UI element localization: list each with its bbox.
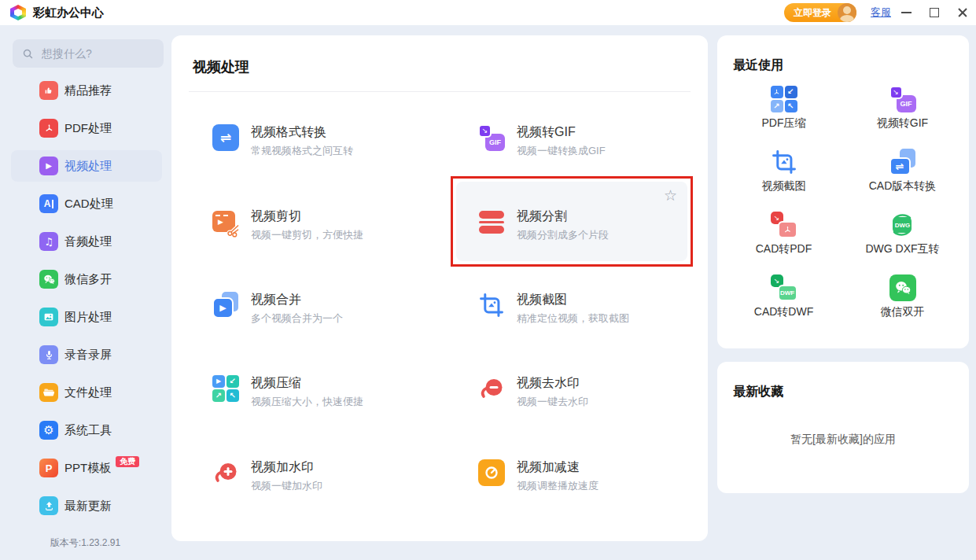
app-window: 彩虹办公中心 立即登录 客服 精品推荐 PDF处理 ▶ 视频处理 bbox=[0, 0, 976, 560]
music-note-icon: ♫ bbox=[39, 232, 58, 251]
maximize-icon bbox=[930, 8, 939, 17]
support-link[interactable]: 客服 bbox=[871, 6, 891, 20]
recent-video-to-gif[interactable]: GIF↘ 视频转GIF bbox=[877, 86, 928, 149]
recent-cad-to-dwf[interactable]: ↘DWF CAD转DWF bbox=[754, 274, 813, 337]
tool-video-remove-watermark[interactable]: 视频去水印视频一键去水印 bbox=[478, 375, 588, 409]
tool-video-add-watermark[interactable]: 视频加水印视频一键加水印 bbox=[212, 459, 322, 493]
tool-video-format-convert[interactable]: ⇌ 视频格式转换常规视频格式之间互转 bbox=[212, 124, 353, 158]
tool-title: 视频去水印 bbox=[517, 375, 588, 390]
microphone-icon bbox=[39, 345, 58, 364]
recent-item-label: PDF压缩 bbox=[762, 116, 806, 131]
folder-icon bbox=[39, 383, 58, 402]
favorites-title: 最新收藏 bbox=[733, 384, 783, 400]
login-button[interactable]: 立即登录 bbox=[784, 3, 856, 22]
video-cut-icon: ▶ bbox=[212, 208, 239, 235]
sidebar-item-label: 系统工具 bbox=[64, 423, 112, 438]
recent-panel: 最近使用 ↙↗↖ PDF压缩 GIF↘ 视频转GIF 视频截图 ⇌ CAD版本转… bbox=[717, 35, 969, 348]
dwg-dxf-convert-icon: DWG bbox=[889, 212, 915, 238]
search-input[interactable] bbox=[40, 46, 154, 61]
speed-icon bbox=[478, 459, 505, 486]
recent-pdf-compress[interactable]: ↙↗↖ PDF压缩 bbox=[762, 86, 806, 149]
sidebar-item-wechat-multi[interactable]: 微信多开 bbox=[11, 263, 162, 295]
cad-icon: A bbox=[39, 194, 58, 213]
sidebar-item-label: PDF处理 bbox=[64, 121, 112, 136]
ppt-icon: P bbox=[39, 459, 58, 477]
tool-subtitle: 多个视频合并为一个 bbox=[251, 311, 343, 326]
tool-video-screenshot[interactable]: 视频截图精准定位视频，获取截图 bbox=[478, 292, 629, 326]
sidebar-item-audio[interactable]: ♫ 音频处理 bbox=[11, 226, 162, 257]
minimize-icon bbox=[901, 12, 912, 13]
format-convert-icon: ⇌ bbox=[212, 124, 239, 151]
upload-icon bbox=[39, 496, 58, 515]
sidebar-item-update[interactable]: 最新更新 bbox=[11, 490, 162, 521]
remove-watermark-icon bbox=[478, 375, 505, 402]
tool-subtitle: 视频一键加水印 bbox=[251, 479, 322, 493]
cad-version-convert-icon: ⇌ bbox=[889, 149, 916, 175]
search-box[interactable] bbox=[13, 39, 164, 68]
recent-item-label: 视频截图 bbox=[762, 179, 806, 193]
favorite-star-icon[interactable]: ☆ bbox=[664, 186, 677, 204]
sidebar-item-label: 录音录屏 bbox=[64, 348, 112, 363]
maximize-button[interactable] bbox=[921, 0, 948, 25]
add-watermark-icon bbox=[212, 459, 239, 486]
sidebar-item-record[interactable]: 录音录屏 bbox=[11, 339, 162, 370]
close-icon bbox=[957, 7, 968, 18]
tool-video-to-gif[interactable]: GIF↘ 视频转GIF视频一键转换成GIF bbox=[478, 124, 606, 158]
tool-title: 视频截图 bbox=[517, 292, 629, 307]
tool-subtitle: 视频调整播放速度 bbox=[517, 479, 598, 493]
tool-video-split[interactable]: 视频分割视频分割成多个片段 bbox=[478, 208, 609, 242]
tool-title: 视频分割 bbox=[517, 208, 609, 223]
tool-title: 视频剪切 bbox=[251, 208, 363, 223]
avatar bbox=[838, 3, 856, 22]
video-compress-icon: ▶↙↗↖ bbox=[212, 375, 239, 402]
sidebar: 精品推荐 PDF处理 ▶ 视频处理 A CAD处理 ♫ 音频处理 微信多开 图片… bbox=[0, 25, 171, 560]
sidebar-item-cad[interactable]: A CAD处理 bbox=[11, 188, 162, 219]
version-label: 版本号:1.23.2.91 bbox=[0, 536, 171, 550]
gear-icon: ⚙ bbox=[39, 421, 58, 440]
sidebar-item-ppt[interactable]: P PPT模板 免费 bbox=[11, 452, 162, 484]
tool-video-compress[interactable]: ▶↙↗↖ 视频压缩视频压缩大小，快速便捷 bbox=[212, 375, 363, 409]
sidebar-item-video[interactable]: ▶ 视频处理 bbox=[11, 150, 162, 182]
recent-item-label: CAD转DWF bbox=[754, 305, 813, 319]
tool-title: 视频合并 bbox=[251, 292, 343, 307]
tool-video-speed[interactable]: 视频加减速视频调整播放速度 bbox=[478, 459, 598, 493]
sidebar-item-label: CAD处理 bbox=[64, 197, 113, 212]
recent-wechat-dual[interactable]: 微信双开 bbox=[881, 274, 925, 337]
video-play-icon: ▶ bbox=[39, 157, 58, 175]
minimize-button[interactable] bbox=[893, 0, 919, 25]
cad-to-pdf-icon: ↘ bbox=[771, 212, 797, 238]
app-logo-icon bbox=[10, 5, 26, 20]
recent-cad-version-convert[interactable]: ⇌ CAD版本转换 bbox=[869, 149, 937, 212]
video-to-gif-icon: GIF↘ bbox=[889, 86, 916, 112]
video-screenshot-icon bbox=[771, 149, 797, 175]
image-icon bbox=[39, 308, 58, 326]
tool-video-merge[interactable]: ▶ 视频合并多个视频合并为一个 bbox=[212, 292, 343, 326]
sidebar-item-label: 图片处理 bbox=[64, 310, 112, 325]
recent-item-label: 微信双开 bbox=[881, 305, 925, 319]
favorites-panel: 最新收藏 暂无[最新收藏]的应用 bbox=[717, 362, 969, 493]
sidebar-item-pdf[interactable]: PDF处理 bbox=[11, 112, 162, 144]
video-split-icon bbox=[478, 208, 505, 235]
page-title: 视频处理 bbox=[193, 57, 249, 76]
favorites-empty-text: 暂无[最新收藏]的应用 bbox=[717, 433, 969, 447]
thumb-up-icon bbox=[39, 81, 58, 100]
tool-title: 视频加减速 bbox=[517, 459, 598, 474]
tool-title: 视频加水印 bbox=[251, 459, 322, 474]
recent-title: 最近使用 bbox=[733, 57, 783, 74]
recent-grid: ↙↗↖ PDF压缩 GIF↘ 视频转GIF 视频截图 ⇌ CAD版本转换 ↘ C… bbox=[724, 86, 962, 337]
recent-dwg-dxf-convert[interactable]: DWG DWG DXF互转 bbox=[865, 212, 939, 274]
close-button[interactable] bbox=[949, 0, 976, 25]
tool-video-cut[interactable]: ▶ 视频剪切视频一键剪切，方便快捷 bbox=[212, 208, 363, 242]
cad-to-dwf-icon: ↘DWF bbox=[771, 274, 797, 301]
tool-subtitle: 视频一键剪切，方便快捷 bbox=[251, 228, 363, 242]
sidebar-item-label: 微信多开 bbox=[64, 272, 112, 287]
tool-subtitle: 视频分割成多个片段 bbox=[517, 228, 609, 242]
sidebar-item-image[interactable]: 图片处理 bbox=[11, 301, 162, 333]
recent-video-screenshot[interactable]: 视频截图 bbox=[762, 149, 806, 212]
sidebar-item-file[interactable]: 文件处理 bbox=[11, 377, 162, 408]
sidebar-item-system[interactable]: ⚙ 系统工具 bbox=[11, 414, 162, 446]
tool-subtitle: 视频压缩大小，快速便捷 bbox=[251, 395, 363, 409]
recent-cad-to-pdf[interactable]: ↘ CAD转PDF bbox=[756, 212, 812, 274]
video-to-gif-icon: GIF↘ bbox=[478, 124, 505, 151]
sidebar-item-featured[interactable]: 精品推荐 bbox=[11, 75, 162, 106]
